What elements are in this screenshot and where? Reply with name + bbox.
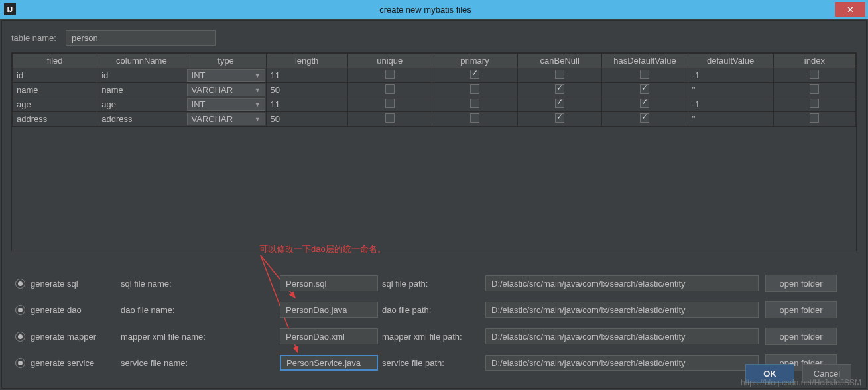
generate-row: generate mappermapper xml file name:mapp… xyxy=(15,328,853,345)
cell[interactable]: 50 xyxy=(266,112,347,127)
col-header-length[interactable]: length xyxy=(266,54,347,68)
col-header-canBeNull[interactable]: canBeNull xyxy=(518,54,602,68)
cell xyxy=(602,112,688,127)
checkbox[interactable] xyxy=(640,70,649,79)
col-header-columnName[interactable]: columnName xyxy=(97,54,186,68)
checkbox[interactable] xyxy=(555,70,564,79)
checkbox[interactable] xyxy=(385,113,395,123)
cell[interactable]: '' xyxy=(688,83,773,98)
checkbox[interactable] xyxy=(640,84,649,94)
cell[interactable]: INT▼ xyxy=(186,98,266,112)
open-folder-button[interactable]: open folder xyxy=(765,301,837,318)
cell[interactable]: -1 xyxy=(688,68,773,83)
checkbox[interactable] xyxy=(810,70,819,79)
cell[interactable]: id xyxy=(97,68,186,83)
radio[interactable] xyxy=(15,305,25,315)
cell[interactable]: name xyxy=(13,83,97,98)
cell[interactable]: INT▼ xyxy=(186,68,266,83)
cell[interactable]: age xyxy=(13,98,97,112)
cell[interactable]: VARCHAR▼ xyxy=(186,83,266,98)
checkbox[interactable] xyxy=(470,70,479,79)
chevron-down-icon: ▼ xyxy=(255,72,261,79)
filename-input[interactable] xyxy=(280,328,378,344)
cell xyxy=(602,98,688,112)
filename-input[interactable] xyxy=(280,302,378,318)
type-dropdown[interactable]: VARCHAR▼ xyxy=(187,84,265,96)
cell xyxy=(602,83,688,98)
cell[interactable]: 50 xyxy=(266,83,347,98)
radio[interactable] xyxy=(15,279,25,289)
filename-input[interactable] xyxy=(280,355,378,371)
col-header-filed[interactable]: filed xyxy=(13,54,97,68)
cell[interactable]: address xyxy=(97,112,186,127)
table-row: ageageINT▼11-1 xyxy=(13,98,856,112)
titlebar: IJ create new mybatis files ✕ xyxy=(0,0,868,19)
col-header-unique[interactable]: unique xyxy=(347,54,432,68)
cell xyxy=(773,83,855,98)
dialog-content: table name: filedcolumnNametypelengthuni… xyxy=(1,20,867,389)
cell xyxy=(518,112,602,127)
checkbox[interactable] xyxy=(470,99,479,108)
cell xyxy=(518,98,602,112)
cell xyxy=(518,68,602,83)
cell[interactable]: id xyxy=(13,68,97,83)
window-title: create new mybatis files xyxy=(16,5,835,15)
watermark: https://blog.csdn.net/HcJsJqJSSM xyxy=(741,378,861,387)
fields-table-wrap: filedcolumnNametypelengthuniqueprimaryca… xyxy=(11,52,857,251)
cell[interactable]: -1 xyxy=(688,98,773,112)
filepath-input[interactable] xyxy=(485,355,759,371)
checkbox[interactable] xyxy=(470,113,479,123)
type-dropdown[interactable]: VARCHAR▼ xyxy=(187,113,265,125)
filename-label: mapper xml file name: xyxy=(121,332,280,342)
cell[interactable]: 11 xyxy=(266,68,347,83)
filename-input[interactable] xyxy=(280,275,378,291)
checkbox[interactable] xyxy=(810,113,819,123)
cell[interactable]: address xyxy=(13,112,97,127)
col-header-primary[interactable]: primary xyxy=(432,54,517,68)
cell[interactable]: '' xyxy=(688,112,773,127)
checkbox[interactable] xyxy=(385,70,395,79)
col-header-hasDefaultValue[interactable]: hasDefaultValue xyxy=(602,54,688,68)
filepath-input[interactable] xyxy=(485,275,759,291)
chevron-down-icon: ▼ xyxy=(255,101,261,108)
checkbox[interactable] xyxy=(810,99,819,108)
cell xyxy=(347,68,432,83)
checkbox[interactable] xyxy=(385,99,395,108)
filepath-input[interactable] xyxy=(485,328,759,344)
col-header-index[interactable]: index xyxy=(773,54,855,68)
cell xyxy=(432,112,517,127)
cell[interactable]: 11 xyxy=(266,98,347,112)
filepath-input[interactable] xyxy=(485,302,759,318)
cell[interactable]: age xyxy=(97,98,186,112)
close-button[interactable]: ✕ xyxy=(835,2,865,17)
open-folder-button[interactable]: open folder xyxy=(765,328,837,345)
type-dropdown[interactable]: INT▼ xyxy=(187,98,265,111)
checkbox[interactable] xyxy=(385,84,395,94)
filepath-label: dao file path: xyxy=(382,305,485,315)
col-header-type[interactable]: type xyxy=(186,54,266,68)
cell[interactable]: VARCHAR▼ xyxy=(186,112,266,127)
filepath-label: service file path: xyxy=(382,358,485,368)
checkbox[interactable] xyxy=(810,84,819,94)
radio[interactable] xyxy=(15,358,25,368)
open-folder-button[interactable]: open folder xyxy=(765,275,837,292)
gen-label: generate service xyxy=(31,358,121,368)
cell xyxy=(347,112,432,127)
checkbox[interactable] xyxy=(555,84,564,94)
tablename-label: table name: xyxy=(11,33,56,43)
tablename-input[interactable] xyxy=(66,30,216,46)
filepath-label: mapper xml file path: xyxy=(382,332,485,342)
type-dropdown[interactable]: INT▼ xyxy=(187,69,265,82)
table-row: addressaddressVARCHAR▼50'' xyxy=(13,112,856,127)
cell[interactable]: name xyxy=(97,83,186,98)
app-icon: IJ xyxy=(4,3,16,15)
cell xyxy=(347,83,432,98)
table-row: ididINT▼11-1 xyxy=(13,68,856,83)
radio[interactable] xyxy=(15,332,25,342)
col-header-defaultValue[interactable]: defaultValue xyxy=(688,54,773,68)
checkbox[interactable] xyxy=(555,113,564,123)
checkbox[interactable] xyxy=(640,113,649,123)
checkbox[interactable] xyxy=(470,84,479,94)
checkbox[interactable] xyxy=(555,99,564,108)
checkbox[interactable] xyxy=(640,99,649,108)
